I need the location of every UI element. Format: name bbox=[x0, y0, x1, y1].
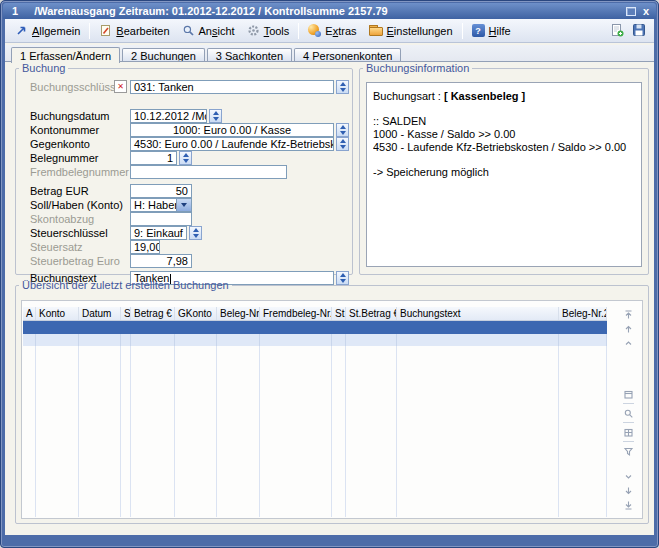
buchungsdatum-label: Buchungsdatum bbox=[30, 110, 130, 122]
column-header[interactable]: Beleg-Nr.2 bbox=[559, 307, 607, 320]
column-header[interactable]: St bbox=[332, 307, 346, 320]
save-button[interactable] bbox=[632, 23, 646, 39]
soll-haben-dropdown-button[interactable] bbox=[177, 198, 192, 212]
toolbar-divider bbox=[623, 441, 634, 442]
clear-buchungsschluessel-button[interactable] bbox=[114, 80, 127, 93]
soll-haben-label: Soll/Haben (Konto) bbox=[30, 199, 130, 211]
menu-label: Ansicht bbox=[199, 25, 235, 37]
record-form-button[interactable] bbox=[619, 387, 637, 401]
field-soll-haben: Soll/Haben (Konto) H: Haben bbox=[30, 197, 346, 212]
column-header[interactable]: Datum bbox=[79, 307, 121, 320]
menu-separator bbox=[298, 23, 299, 39]
field-fremdbelegnummer: Fremdbelegnummer bbox=[30, 164, 346, 179]
window-title: /Warenausgang Zeitraum: 01.2012-12.2012 … bbox=[34, 5, 388, 17]
column-header[interactable]: St.Betrag € bbox=[346, 307, 397, 320]
kontonummer-label: Kontonummer bbox=[30, 124, 130, 136]
toolbar-divider bbox=[623, 403, 634, 404]
kontonummer-input[interactable]: 1000: Euro 0.00 / Kasse bbox=[130, 123, 334, 137]
betrag-eur-label: Betrag EUR bbox=[30, 185, 130, 197]
betrag-eur-input[interactable]: 50 bbox=[130, 184, 192, 198]
scroll-page-up-button[interactable] bbox=[619, 321, 637, 335]
menu-label: Extras bbox=[325, 25, 356, 37]
selected-table-row[interactable] bbox=[23, 321, 607, 334]
edit-icon bbox=[99, 24, 112, 37]
column-header[interactable]: Betrag € bbox=[131, 307, 175, 320]
steuerbetrag-euro-input[interactable]: 7,98 bbox=[130, 254, 192, 268]
tab-erfassen-aendern[interactable]: 1Erfassen/Ändern bbox=[11, 47, 120, 63]
buchungsart-line: Buchungsart : [ Kassenbeleg ] bbox=[373, 90, 635, 103]
column-header[interactable]: Konto bbox=[36, 307, 79, 320]
close-icon[interactable]: x bbox=[643, 6, 649, 16]
menu-extras[interactable]: Extras bbox=[302, 22, 362, 39]
scroll-page-down-icon bbox=[623, 486, 634, 497]
scroll-top-button[interactable] bbox=[619, 307, 637, 321]
menu-separator bbox=[462, 23, 463, 39]
content-panel: Buchung Buchungsschlüssel 031: Tanken Bu… bbox=[5, 61, 654, 535]
field-steuerschluessel: Steuerschlüssel 9: Einkauf zu bbox=[30, 225, 346, 240]
column-header[interactable]: GKonto bbox=[175, 307, 217, 320]
scroll-up-button[interactable] bbox=[619, 335, 637, 349]
buchungsschluessel-spinner[interactable] bbox=[336, 80, 349, 94]
help-icon bbox=[472, 24, 485, 37]
save-icon bbox=[632, 23, 646, 37]
restore-icon[interactable] bbox=[626, 7, 636, 16]
filter-button[interactable] bbox=[619, 444, 637, 458]
scroll-page-down-button[interactable] bbox=[619, 484, 637, 498]
tab-sachkonten[interactable]: 3Sachkonten bbox=[207, 48, 292, 62]
field-kontonummer: Kontonummer 1000: Euro 0.00 / Kasse bbox=[30, 122, 346, 137]
belegnummer-spinner[interactable] bbox=[179, 151, 192, 165]
window-number: 1 bbox=[12, 5, 18, 17]
menu-einstellungen[interactable]: Einstellungen bbox=[363, 23, 459, 39]
steuersatz-input[interactable]: 19,00 bbox=[130, 240, 160, 254]
uebersicht-legend: Übersicht der zuletzt erstellten Buchung… bbox=[19, 279, 232, 291]
field-steuerbetrag-euro: Steuerbetrag Euro 7,98 bbox=[30, 253, 346, 268]
records-grid-button[interactable] bbox=[619, 425, 637, 439]
buchungsdatum-input[interactable]: 10.12.2012 /Mo bbox=[130, 109, 207, 123]
column-header[interactable]: S bbox=[121, 307, 131, 320]
scroll-down-button[interactable] bbox=[619, 470, 637, 484]
buchungsschluessel-input[interactable]: 031: Tanken bbox=[130, 80, 334, 94]
new-document-icon bbox=[610, 23, 624, 37]
steuerbetrag-euro-label: Steuerbetrag Euro bbox=[30, 255, 130, 267]
belegnummer-label: Belegnummer bbox=[30, 152, 130, 164]
gegenkonto-spinner[interactable] bbox=[336, 137, 349, 151]
new-document-button[interactable] bbox=[610, 23, 624, 39]
menu-hilfe[interactable]: Hilfe bbox=[466, 22, 517, 39]
app-body: Allgemein Bearbeiten Ansicht Tools Extra… bbox=[5, 19, 654, 535]
menu-label: Hilfe bbox=[489, 25, 511, 37]
menu-label: Tools bbox=[264, 25, 290, 37]
menu-allgemein[interactable]: Allgemein bbox=[9, 22, 86, 39]
table-row[interactable] bbox=[23, 334, 607, 346]
buchungsinformation-group: Buchungsinformation Buchungsart : [ Kass… bbox=[359, 62, 649, 275]
search-button[interactable] bbox=[619, 406, 637, 420]
app-window: 1 /Warenausgang Zeitraum: 01.2012-12.201… bbox=[0, 0, 659, 548]
menu-tools[interactable]: Tools bbox=[241, 22, 296, 39]
grid-nav-toolbar bbox=[616, 307, 640, 516]
menu-ansicht[interactable]: Ansicht bbox=[176, 22, 241, 39]
belegnummer-input[interactable]: 1 bbox=[130, 151, 177, 165]
buchungsdatum-spinner[interactable] bbox=[209, 109, 222, 123]
buchungsinformation-legend: Buchungsinformation bbox=[363, 62, 472, 74]
buchung-group: Buchung Buchungsschlüssel 031: Tanken Bu… bbox=[15, 62, 353, 275]
steuersatz-label: Steuersatz bbox=[30, 241, 130, 253]
tab-personenkonten[interactable]: 4Personenkonten bbox=[294, 48, 401, 62]
kontonummer-spinner[interactable] bbox=[336, 123, 349, 137]
field-buchungsdatum: Buchungsdatum 10.12.2012 /Mo bbox=[30, 108, 346, 123]
steuerschluessel-input[interactable]: 9: Einkauf zu bbox=[130, 226, 187, 240]
status-line: -> Speicherung möglich bbox=[373, 166, 635, 179]
soll-haben-select[interactable]: H: Haben bbox=[130, 198, 177, 212]
skontoabzug-input[interactable] bbox=[130, 212, 192, 226]
tab-buchungen[interactable]: 2Buchungen bbox=[122, 48, 205, 62]
scroll-bottom-button[interactable] bbox=[619, 498, 637, 512]
tab-bar: 1Erfassen/Ändern 2Buchungen 3Sachkonten … bbox=[5, 45, 654, 62]
column-header[interactable]: Fremdbeleg-Nr. bbox=[260, 307, 332, 320]
gegenkonto-input[interactable]: 4530: Euro 0.00 / Laufende Kfz-Betriebsk… bbox=[130, 137, 334, 151]
field-betrag-eur: Betrag EUR 50 bbox=[30, 183, 346, 198]
steuerschluessel-spinner[interactable] bbox=[189, 226, 202, 240]
column-header[interactable]: Buchungstext bbox=[397, 307, 559, 320]
menu-bearbeiten[interactable]: Bearbeiten bbox=[93, 22, 175, 39]
buchungen-table: A Konto Datum S Betrag € GKonto Beleg-Nr… bbox=[23, 307, 607, 517]
column-header[interactable]: A bbox=[23, 307, 36, 320]
fremdbelegnummer-input[interactable] bbox=[130, 165, 287, 179]
column-header[interactable]: Beleg-Nr. bbox=[217, 307, 260, 320]
